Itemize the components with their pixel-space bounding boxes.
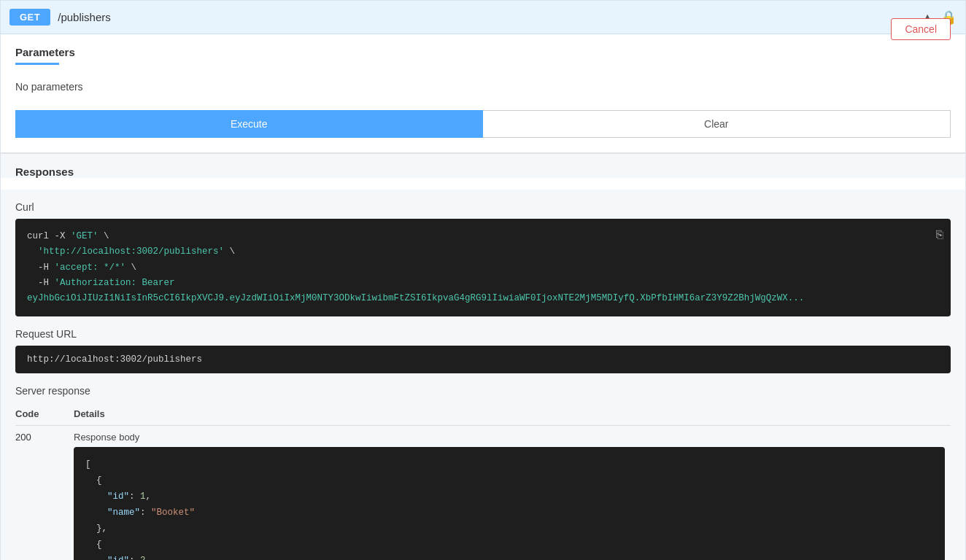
response-line-2: { [85,473,933,489]
parameters-title: Parameters [15,46,75,58]
response-code: 200 [15,426,74,560]
response-body-label: Response body [74,432,945,443]
api-path: /publishers [58,11,111,23]
api-container: GET /publishers ▲ 🔒 Parameters Cancel No… [0,0,966,560]
response-table: Code Details 200 Response body [ { "id":… [15,404,951,560]
copy-curl-icon[interactable]: ⎘ [936,226,943,246]
response-line-5: }, [85,521,933,537]
parameters-underline [15,63,59,65]
clear-button[interactable]: Clear [483,110,951,138]
curl-line4: -H 'Authorization: Bearer eyJhbGciOiJIUz… [27,276,939,307]
response-line-3: "id": 1, [85,489,933,505]
request-url-section: Request URL http://localhost:3002/publis… [1,328,965,385]
server-response-section: Server response Code Details 200 Respons… [1,385,965,560]
curl-line2: 'http://localhost:3002/publishers' \ [27,244,939,260]
api-header: GET /publishers ▲ 🔒 [1,1,965,34]
curl-code-block: ⎘ curl -X 'GET' \ 'http://localhost:3002… [15,219,951,316]
url-block: http://localhost:3002/publishers [15,346,951,373]
request-url-label: Request URL [15,328,951,340]
method-badge: GET [9,9,50,26]
responses-section: Responses [1,154,965,178]
server-response-label: Server response [15,385,951,397]
response-details: Response body [ { "id": 1, "name": "Book… [74,426,951,560]
responses-title: Responses [15,166,951,178]
action-buttons: Execute Clear [15,110,951,138]
table-row: 200 Response body [ { "id": 1, "name": "… [15,426,951,560]
response-body-block: [ { "id": 1, "name": "Booket" }, { "id":… [74,447,945,560]
api-header-left: GET /publishers [9,9,111,26]
parameters-section: Parameters Cancel No parameters Execute … [1,34,965,153]
code-header: Code [15,404,74,426]
response-line-7: "id": 2, [85,553,933,561]
response-line-1: [ [85,457,933,473]
curl-line3: -H 'accept: */*' \ [27,260,939,276]
curl-line1: curl -X 'GET' \ [27,229,939,244]
cancel-button[interactable]: Cancel [891,18,951,40]
curl-label: Curl [15,201,951,213]
execute-button[interactable]: Execute [15,110,483,138]
response-line-4: "name": "Booket" [85,505,933,521]
details-header: Details [74,404,951,426]
curl-section: Curl ⎘ curl -X 'GET' \ 'http://localhost… [1,190,965,328]
request-url-value: http://localhost:3002/publishers [27,354,202,365]
response-line-6: { [85,537,933,553]
no-parameters-text: No parameters [15,81,951,93]
